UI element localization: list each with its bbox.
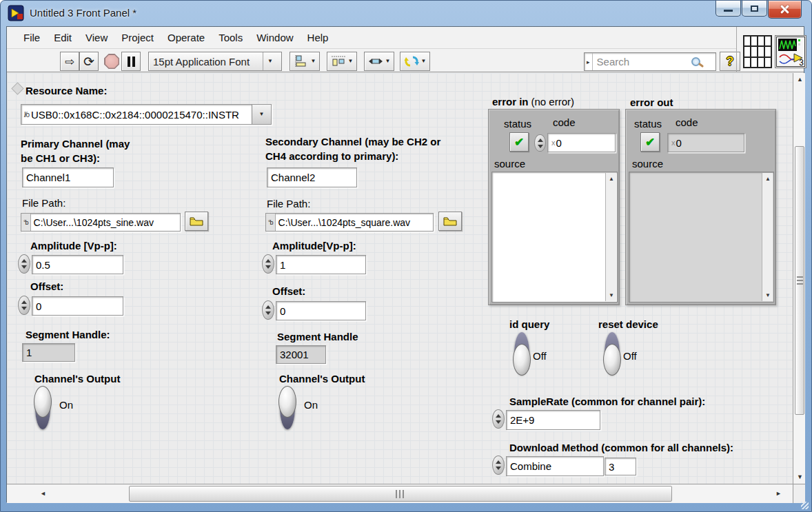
decrement-icon[interactable] <box>265 265 271 269</box>
resource-name-value[interactable]: USB0::0x168C::0x2184::0000215470::INSTR <box>31 109 239 121</box>
scroll-up-icon[interactable]: ▲ <box>762 176 773 182</box>
increment-icon[interactable] <box>265 259 271 263</box>
reset-device-toggle[interactable] <box>602 331 622 376</box>
sample-rate-spinner[interactable] <box>492 409 505 429</box>
error-out-source-scrollbar[interactable]: ▲ ▼ <box>762 173 773 301</box>
primary-offset-input[interactable]: 0 <box>32 296 123 316</box>
error-in-source-label: source <box>494 158 525 170</box>
connector-pane-icon[interactable] <box>743 35 772 71</box>
decrement-icon[interactable] <box>496 467 501 470</box>
labview-app-icon[interactable] <box>8 5 24 21</box>
menu-view[interactable]: View <box>79 32 114 43</box>
error-in-title: error in(no error) <box>492 96 574 107</box>
secondary-browse-button[interactable] <box>438 212 462 231</box>
scroll-down-icon[interactable]: ▼ <box>606 292 617 298</box>
download-method-spinner[interactable] <box>492 455 505 475</box>
increment-icon[interactable] <box>496 414 501 418</box>
menu-edit[interactable]: Edit <box>47 32 79 43</box>
scroll-up-icon[interactable]: ▲ <box>797 76 803 83</box>
primary-offset-spinner[interactable] <box>18 296 30 315</box>
scroll-left-icon[interactable]: ◄ <box>40 491 46 497</box>
decrement-icon[interactable] <box>496 420 501 424</box>
distribute-objects-icon <box>331 55 346 68</box>
decrement-icon[interactable] <box>21 265 27 269</box>
scroll-up-icon[interactable]: ▲ <box>606 176 617 182</box>
primary-amplitude-input[interactable]: 0.5 <box>32 255 123 274</box>
secondary-file-path-value[interactable]: C:\User...\1024pts_square.wav <box>276 217 410 228</box>
search-input[interactable]: ▸ Search <box>584 52 716 71</box>
secondary-amplitude-spinner[interactable] <box>262 254 274 274</box>
run-button[interactable]: ⇨ <box>60 52 79 71</box>
primary-file-path-input[interactable]: °b C:\User...\1024pts_sine.wav <box>21 213 181 232</box>
download-method-ring[interactable]: Combine <box>506 456 604 476</box>
resource-dropdown-button[interactable]: ▼ <box>252 105 271 124</box>
secondary-channel-input[interactable]: Channel2 <box>267 167 357 187</box>
close-button[interactable] <box>768 1 802 19</box>
primary-amplitude-spinner[interactable] <box>18 254 30 274</box>
increment-icon[interactable] <box>21 259 27 263</box>
maximize-button[interactable] <box>742 1 767 17</box>
error-in-code-input[interactable]: x 0 <box>547 133 616 152</box>
error-in-code-value[interactable]: 0 <box>556 137 562 149</box>
error-in-source-input[interactable]: ▲ ▼ <box>491 172 618 303</box>
context-help-button[interactable]: ? <box>720 52 740 71</box>
error-in-status-checkbox[interactable]: ✔ <box>509 132 529 152</box>
decrement-icon[interactable] <box>538 145 543 148</box>
error-in-source-scrollbar[interactable]: ▲ ▼ <box>605 173 616 301</box>
decrement-icon[interactable] <box>265 311 271 315</box>
scroll-down-icon[interactable]: ▼ <box>762 292 773 298</box>
sample-rate-input[interactable]: 2E+9 <box>506 410 600 430</box>
increment-icon[interactable] <box>21 300 27 304</box>
primary-browse-button[interactable] <box>185 212 208 231</box>
menu-file[interactable]: File <box>17 32 47 43</box>
pause-button[interactable] <box>121 52 141 71</box>
id-query-label: id query <box>509 318 549 330</box>
scroll-down-icon[interactable]: ▼ <box>797 474 803 480</box>
menu-operate[interactable]: Operate <box>161 32 212 43</box>
menu-tools[interactable]: Tools <box>212 32 250 43</box>
menu-bar: File Edit View Project Operate Tools Win… <box>7 27 736 49</box>
secondary-segment-indicator: 32001 <box>276 345 326 364</box>
secondary-amplitude-input[interactable]: 1 <box>276 255 366 274</box>
toggle-knob <box>34 386 52 418</box>
font-selector[interactable]: 15pt Application Font ▼ <box>148 52 282 71</box>
reorder-button[interactable]: ▼ <box>400 52 430 71</box>
decrement-icon[interactable] <box>21 307 27 310</box>
increment-icon[interactable] <box>265 305 271 309</box>
secondary-output-toggle[interactable] <box>278 385 297 431</box>
secondary-offset-spinner[interactable] <box>262 300 274 320</box>
secondary-offset-input[interactable]: 0 <box>276 301 366 320</box>
scrollbar-grip <box>797 276 803 285</box>
menu-window[interactable]: Window <box>250 32 300 43</box>
run-continuous-button[interactable]: ⟳ <box>79 52 99 71</box>
resource-name-dropdown[interactable]: I⁄o USB0::0x168C::0x2184::0000215470::IN… <box>21 104 272 125</box>
vertical-scrollbar[interactable]: ▲ ▼ <box>793 73 805 484</box>
vertical-scrollbar-thumb[interactable] <box>795 146 804 415</box>
window-resize-grip[interactable] <box>801 502 809 509</box>
primary-file-path-value[interactable]: C:\User...\1024pts_sine.wav <box>31 217 154 228</box>
scroll-right-icon[interactable]: ► <box>775 491 782 497</box>
chevron-down-icon: ▼ <box>267 59 273 64</box>
titlebar[interactable]: Untitled 3 Front Panel * <box>1 1 812 26</box>
search-scope-icon[interactable]: ▸ <box>585 53 593 70</box>
horizontal-scrollbar-thumb[interactable] <box>129 486 672 502</box>
primary-channel-input[interactable]: Channel1 <box>22 167 114 187</box>
resize-objects-button[interactable]: ▼ <box>364 52 394 71</box>
horizontal-scrollbar[interactable]: ◄ ► <box>7 484 793 503</box>
distribute-objects-button[interactable]: ▼ <box>327 52 357 71</box>
primary-segment-label: Segment Handle: <box>26 329 110 340</box>
minimize-button[interactable] <box>715 1 741 17</box>
vi-icon[interactable]: 3 <box>775 35 806 68</box>
align-objects-button[interactable]: ▼ <box>290 52 320 71</box>
menu-project[interactable]: Project <box>114 32 161 43</box>
radix-mark: x <box>551 139 556 147</box>
menu-help[interactable]: Help <box>301 32 336 43</box>
increment-icon[interactable] <box>538 139 543 142</box>
id-query-toggle[interactable] <box>512 331 531 376</box>
chevron-down-icon: ▼ <box>385 59 391 64</box>
chevron-down-icon: ▼ <box>311 59 316 64</box>
primary-output-toggle[interactable] <box>33 385 52 431</box>
increment-icon[interactable] <box>496 460 501 464</box>
error-in-code-spinner[interactable] <box>534 134 546 152</box>
secondary-file-path-input[interactable]: °b C:\User...\1024pts_square.wav <box>265 213 434 232</box>
